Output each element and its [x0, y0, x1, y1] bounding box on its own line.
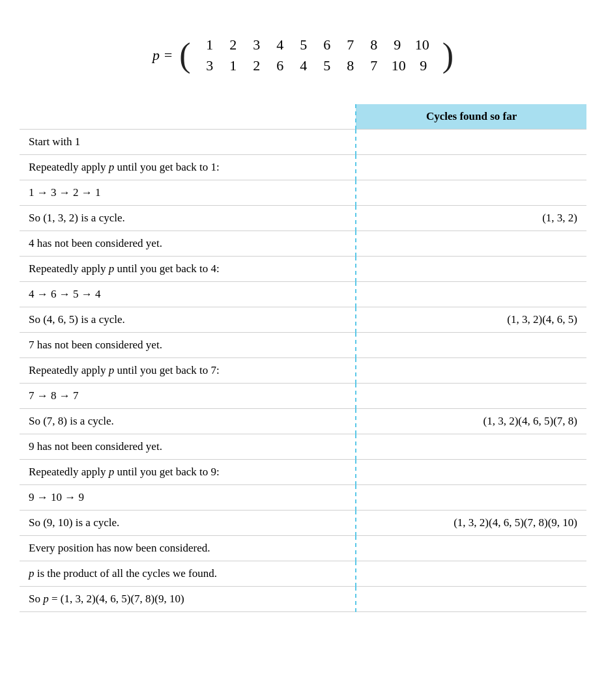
matrix-num: 7	[345, 36, 356, 53]
right-cell	[356, 358, 586, 384]
left-cell: Repeatedly apply p until you get back to…	[20, 358, 356, 384]
left-cell: So (7, 8) is a cycle.	[20, 409, 356, 434]
bracket-right: )	[442, 38, 454, 72]
table-row: 7 has not been considered yet.	[20, 333, 586, 358]
matrix-num: 1	[227, 57, 239, 74]
matrix-num: 7	[368, 57, 380, 74]
right-cell	[356, 155, 586, 180]
left-cell: Repeatedly apply p until you get back to…	[20, 155, 356, 180]
table-row: 9 → 10 → 9	[20, 485, 586, 511]
matrix-content: 12345678910 31264587109	[194, 33, 440, 78]
matrix-num: 10	[415, 36, 429, 53]
right-cell	[356, 333, 586, 358]
left-cell: 7 → 8 → 7	[20, 384, 356, 409]
matrix-num: 3	[204, 57, 216, 74]
table-row: Repeatedly apply p until you get back to…	[20, 358, 586, 384]
table-row: So (4, 6, 5) is a cycle.(1, 3, 2)(4, 6, …	[20, 307, 586, 333]
left-cell: p is the product of all the cycles we fo…	[20, 561, 356, 587]
table-row: So (9, 10) is a cycle.(1, 3, 2)(4, 6, 5)…	[20, 511, 586, 536]
table-row: So p = (1, 3, 2)(4, 6, 5)(7, 8)(9, 10)	[20, 587, 586, 612]
bracket-left: (	[179, 38, 190, 72]
matrix-num: 6	[321, 36, 333, 53]
table-row: Repeatedly apply p until you get back to…	[20, 155, 586, 180]
right-cell: (1, 3, 2)(4, 6, 5)	[356, 307, 586, 333]
permutation-display: p = ( 12345678910 31264587109 )	[20, 13, 586, 104]
right-cell	[356, 130, 586, 155]
left-cell: Repeatedly apply p until you get back to…	[20, 460, 356, 485]
right-cell: (1, 3, 2)(4, 6, 5)(7, 8)	[356, 409, 586, 434]
right-cell	[356, 536, 586, 561]
matrix-num: 1	[204, 36, 216, 53]
matrix-num: 6	[274, 57, 286, 74]
left-cell: So p = (1, 3, 2)(4, 6, 5)(7, 8)(9, 10)	[20, 587, 356, 612]
right-cell	[356, 384, 586, 409]
matrix-num: 9	[418, 57, 429, 74]
header-left-cell	[20, 104, 356, 130]
matrix-rows: 12345678910 31264587109	[194, 33, 440, 78]
table-row: Start with 1	[20, 130, 586, 155]
matrix-num: 4	[274, 36, 286, 53]
table-row: Repeatedly apply p until you get back to…	[20, 257, 586, 282]
table-row: 4 → 6 → 5 → 4	[20, 282, 586, 307]
right-cell: (1, 3, 2)(4, 6, 5)(7, 8)(9, 10)	[356, 511, 586, 536]
permutation-matrix: ( 12345678910 31264587109 )	[179, 33, 454, 78]
matrix-num: 3	[251, 36, 263, 53]
matrix-num: 4	[298, 57, 310, 74]
table-row: 9 has not been considered yet.	[20, 434, 586, 460]
table-row: Every position has now been considered.	[20, 536, 586, 561]
main-table: Cycles found so far Start with 1Repeated…	[20, 104, 586, 612]
table-header-row: Cycles found so far	[20, 104, 586, 130]
left-cell: 1 → 3 → 2 → 1	[20, 180, 356, 206]
matrix-num: 9	[392, 36, 403, 53]
table-row: Repeatedly apply p until you get back to…	[20, 460, 586, 485]
table-row: 4 has not been considered yet.	[20, 231, 586, 257]
left-cell: 7 has not been considered yet.	[20, 333, 356, 358]
matrix-num: 8	[368, 36, 380, 53]
table-row: So (1, 3, 2) is a cycle.(1, 3, 2)	[20, 206, 586, 231]
matrix-num: 2	[227, 36, 239, 53]
cycles-header: Cycles found so far	[356, 104, 586, 130]
right-cell	[356, 180, 586, 206]
left-cell: 4 → 6 → 5 → 4	[20, 282, 356, 307]
table-row: 7 → 8 → 7	[20, 384, 586, 409]
matrix-num: 8	[345, 57, 356, 74]
left-cell: Every position has now been considered.	[20, 536, 356, 561]
right-cell	[356, 561, 586, 587]
left-cell: So (9, 10) is a cycle.	[20, 511, 356, 536]
table-row: So (7, 8) is a cycle.(1, 3, 2)(4, 6, 5)(…	[20, 409, 586, 434]
right-cell	[356, 231, 586, 257]
right-cell	[356, 434, 586, 460]
matrix-num: 5	[298, 36, 310, 53]
matrix-num: 2	[251, 57, 263, 74]
table-row: p is the product of all the cycles we fo…	[20, 561, 586, 587]
left-cell: So (1, 3, 2) is a cycle.	[20, 206, 356, 231]
right-cell: (1, 3, 2)	[356, 206, 586, 231]
left-cell: 9 has not been considered yet.	[20, 434, 356, 460]
permutation-label: p =	[152, 47, 173, 64]
table-row: 1 → 3 → 2 → 1	[20, 180, 586, 206]
right-cell	[356, 485, 586, 511]
right-cell	[356, 460, 586, 485]
left-cell: 9 → 10 → 9	[20, 485, 356, 511]
matrix-num: 5	[321, 57, 333, 74]
right-cell	[356, 282, 586, 307]
top-row: 12345678910	[204, 36, 429, 53]
right-cell	[356, 257, 586, 282]
bottom-row: 31264587109	[204, 57, 429, 74]
left-cell: Repeatedly apply p until you get back to…	[20, 257, 356, 282]
matrix-num: 10	[392, 57, 406, 74]
right-cell	[356, 587, 586, 612]
left-cell: So (4, 6, 5) is a cycle.	[20, 307, 356, 333]
left-cell: Start with 1	[20, 130, 356, 155]
left-cell: 4 has not been considered yet.	[20, 231, 356, 257]
